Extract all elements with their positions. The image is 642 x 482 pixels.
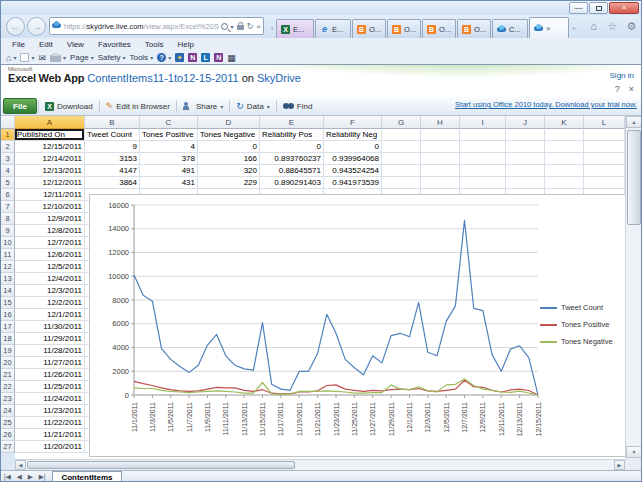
row-header-3[interactable]: 3 — [1, 153, 15, 165]
next-sheet-icon[interactable]: ▶ — [25, 473, 36, 481]
cell[interactable]: 11/28/2011 — [15, 345, 85, 357]
cell[interactable]: 0.941973539 — [324, 177, 382, 189]
home-command[interactable]: ⌂▾ — [6, 53, 16, 63]
browser-tab-4[interactable]: BO... — [387, 19, 421, 38]
edit-in-browser-button[interactable]: ✎Edit in Browser — [101, 98, 175, 114]
favorites-star-icon[interactable]: ☆ — [605, 19, 620, 34]
column-header-L[interactable]: L — [584, 116, 625, 129]
cell[interactable] — [421, 153, 460, 165]
tab-close-icon[interactable]: × — [546, 24, 551, 33]
row-header-16[interactable]: 16 — [1, 309, 15, 321]
find-button[interactable]: Find — [278, 98, 318, 114]
cell[interactable] — [460, 141, 506, 153]
cell[interactable]: 12/11/2011 — [15, 189, 85, 201]
column-header-C[interactable]: C — [140, 116, 198, 129]
cell[interactable]: 11/30/2011 — [15, 321, 85, 333]
cell[interactable]: 0 — [260, 141, 324, 153]
cell[interactable]: 229 — [198, 177, 260, 189]
row-header-8[interactable]: 8 — [1, 213, 15, 225]
row-header-7[interactable]: 7 — [1, 201, 15, 213]
cell[interactable]: 166 — [198, 153, 260, 165]
row-header-26[interactable]: 26 — [1, 429, 15, 441]
cell[interactable]: 11/20/2011 — [15, 441, 85, 453]
data-button[interactable]: ↻Data▾ — [231, 98, 274, 114]
cell[interactable]: 12/1/2011 — [15, 309, 85, 321]
vertical-scroll-thumb[interactable] — [627, 130, 641, 225]
forward-button[interactable]: → — [27, 17, 46, 36]
last-sheet-icon[interactable]: ▶| — [36, 473, 49, 481]
scroll-down-icon[interactable]: ▼ — [626, 446, 642, 458]
cell[interactable] — [382, 177, 421, 189]
row-header-17[interactable]: 17 — [1, 321, 15, 333]
browser-tab-5[interactable]: BO... — [422, 19, 456, 38]
row-header-1[interactable]: 1 — [1, 129, 15, 141]
cell[interactable]: 11/26/2011 — [15, 369, 85, 381]
browser-tab-3[interactable]: BO... — [352, 19, 386, 38]
select-all-corner[interactable] — [1, 116, 15, 129]
cell[interactable] — [460, 165, 506, 177]
menu-view[interactable]: View — [60, 40, 91, 49]
browser-tab-8[interactable]: × — [529, 17, 569, 38]
cell[interactable]: 0 — [324, 141, 382, 153]
menu-tools[interactable]: Tools — [138, 40, 171, 49]
cell[interactable]: 11/25/2011 — [15, 381, 85, 393]
cell[interactable] — [421, 165, 460, 177]
row-header-11[interactable]: 11 — [1, 249, 15, 261]
cell[interactable] — [506, 129, 545, 141]
cell[interactable] — [382, 129, 421, 141]
column-header-A[interactable]: A — [15, 116, 85, 129]
cell[interactable]: 12/7/2011 — [15, 237, 85, 249]
onenote-linked-icon[interactable]: N — [214, 53, 223, 62]
column-header-D[interactable]: D — [198, 116, 260, 129]
row-header-20[interactable]: 20 — [1, 357, 15, 369]
row-header-14[interactable]: 14 — [1, 285, 15, 297]
cell[interactable]: 12/8/2011 — [15, 225, 85, 237]
help-menu[interactable]: ?▾ — [157, 53, 171, 62]
cell[interactable]: Reliability Pos — [260, 129, 324, 141]
cell[interactable]: 12/5/2011 — [15, 261, 85, 273]
cell[interactable] — [584, 129, 625, 141]
menu-favorites[interactable]: Favorites — [91, 40, 138, 49]
cell[interactable] — [460, 177, 506, 189]
horizontal-scroll-thumb[interactable] — [27, 461, 295, 469]
close-button[interactable]: × — [609, 2, 639, 14]
row-header-12[interactable]: 12 — [1, 261, 15, 273]
cell[interactable] — [584, 141, 625, 153]
cell[interactable]: 0.943524254 — [324, 165, 382, 177]
cell[interactable] — [584, 177, 625, 189]
row-header-6[interactable]: 6 — [1, 189, 15, 201]
cell[interactable] — [545, 165, 584, 177]
cell[interactable]: 0.939964068 — [324, 153, 382, 165]
cell[interactable]: 3864 — [85, 177, 140, 189]
cell[interactable] — [584, 153, 625, 165]
cell[interactable]: 491 — [140, 165, 198, 177]
row-header-22[interactable]: 22 — [1, 381, 15, 393]
print-command[interactable]: ▾ — [50, 53, 66, 62]
browser-tab-7[interactable]: C... — [492, 19, 528, 38]
menu-file[interactable]: File — [5, 40, 32, 49]
row-header-9[interactable]: 9 — [1, 225, 15, 237]
skydrive-link[interactable]: SkyDrive — [257, 72, 301, 84]
cell[interactable]: 3153 — [85, 153, 140, 165]
cell[interactable]: 320 — [198, 165, 260, 177]
lync-icon[interactable]: L — [201, 53, 210, 62]
safety-menu[interactable]: Safety▾ — [98, 53, 126, 62]
cell[interactable]: 12/12/2011 — [15, 177, 85, 189]
office-trial-link[interactable]: Start using Office 2010 today. Download … — [455, 100, 637, 109]
cell[interactable] — [382, 141, 421, 153]
horizontal-scrollbar[interactable]: ◀ ▶ — [15, 459, 625, 470]
cell[interactable] — [506, 177, 545, 189]
cell[interactable] — [421, 177, 460, 189]
back-button[interactable]: ← — [6, 17, 25, 36]
url-text[interactable]: https://skydrive.live.com/view.aspx/Exce… — [64, 22, 219, 31]
sheet-tab-contentitems[interactable]: ContentItems — [52, 471, 121, 482]
share-button[interactable]: Share▾ — [178, 98, 228, 114]
cell[interactable] — [460, 129, 506, 141]
row-header-18[interactable]: 18 — [1, 333, 15, 345]
cell[interactable] — [506, 141, 545, 153]
cell[interactable]: 12/14/2011 — [15, 153, 85, 165]
cell[interactable]: 12/10/2011 — [15, 201, 85, 213]
row-header-10[interactable]: 10 — [1, 237, 15, 249]
row-header-21[interactable]: 21 — [1, 369, 15, 381]
settings-gear-icon[interactable]: ⚙ — [624, 19, 639, 34]
